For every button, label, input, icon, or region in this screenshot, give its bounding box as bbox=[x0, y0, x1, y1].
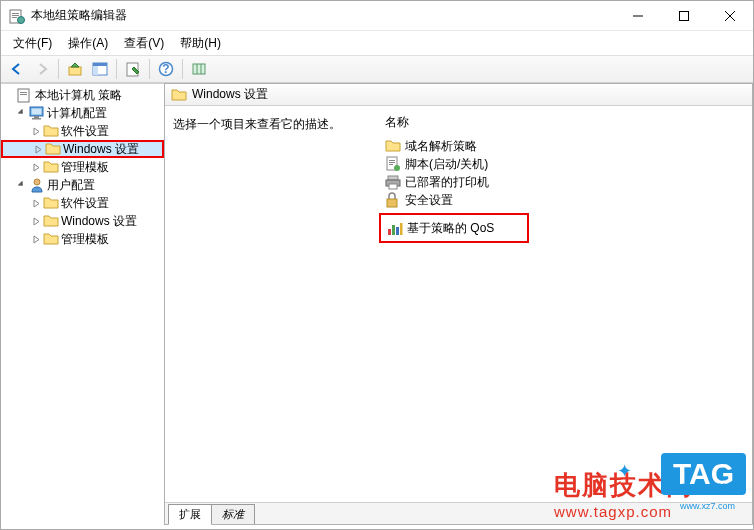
tab-standard[interactable]: 标准 bbox=[211, 504, 255, 524]
folder-icon bbox=[45, 141, 61, 157]
svg-rect-2 bbox=[12, 15, 19, 16]
svg-rect-36 bbox=[396, 227, 399, 235]
tab-extended[interactable]: 扩展 bbox=[168, 504, 212, 525]
content-body: 选择一个项目来查看它的描述。 名称 域名解析策略 脚本(启动/关机) 已部署的打… bbox=[165, 106, 752, 502]
svg-rect-12 bbox=[93, 66, 98, 75]
properties-button[interactable] bbox=[121, 57, 145, 81]
script-icon bbox=[385, 156, 401, 172]
svg-rect-19 bbox=[20, 94, 27, 95]
svg-point-24 bbox=[34, 179, 40, 185]
qos-icon bbox=[387, 220, 403, 236]
tree-admin-templates[interactable]: 管理模板 bbox=[1, 158, 164, 176]
svg-rect-23 bbox=[32, 118, 41, 120]
svg-rect-3 bbox=[12, 17, 17, 18]
svg-rect-22 bbox=[34, 116, 39, 118]
close-button[interactable] bbox=[707, 1, 753, 31]
node-label: 用户配置 bbox=[47, 177, 95, 194]
list-item-qos[interactable]: 基于策略的 QoS bbox=[387, 219, 521, 237]
filter-button[interactable] bbox=[187, 57, 211, 81]
menu-help[interactable]: 帮助(H) bbox=[172, 32, 229, 55]
list-item-printers[interactable]: 已部署的打印机 bbox=[377, 173, 752, 191]
expander-icon[interactable] bbox=[29, 199, 43, 208]
maximize-button[interactable] bbox=[661, 1, 707, 31]
svg-text:?: ? bbox=[162, 62, 169, 76]
menu-file[interactable]: 文件(F) bbox=[5, 32, 60, 55]
back-button[interactable] bbox=[5, 57, 29, 81]
tree-computer-config[interactable]: 计算机配置 bbox=[1, 104, 164, 122]
list-item-label: 域名解析策略 bbox=[405, 138, 477, 155]
node-label: 本地计算机 策略 bbox=[35, 87, 122, 104]
tree-panel[interactable]: ▷ 本地计算机 策略 计算机配置 软件设置 Windows 设置 管理模板 bbox=[1, 84, 165, 525]
node-label: 软件设置 bbox=[61, 123, 109, 140]
list-item-dns[interactable]: 域名解析策略 bbox=[377, 137, 752, 155]
svg-rect-11 bbox=[93, 63, 107, 66]
expander-icon[interactable] bbox=[15, 109, 29, 118]
tree-software-settings[interactable]: 软件设置 bbox=[1, 122, 164, 140]
tree-software-settings[interactable]: 软件设置 bbox=[1, 194, 164, 212]
description-text: 选择一个项目来查看它的描述。 bbox=[173, 116, 369, 133]
list-item-label: 已部署的打印机 bbox=[405, 174, 489, 191]
node-label: 计算机配置 bbox=[47, 105, 107, 122]
expander-icon[interactable] bbox=[29, 235, 43, 244]
content-panel: Windows 设置 选择一个项目来查看它的描述。 名称 域名解析策略 脚本(启… bbox=[164, 83, 753, 525]
menu-view[interactable]: 查看(V) bbox=[116, 32, 172, 55]
tree-user-config[interactable]: 用户配置 bbox=[1, 176, 164, 194]
window-title: 本地组策略编辑器 bbox=[31, 7, 615, 24]
folder-icon bbox=[43, 231, 59, 247]
svg-rect-32 bbox=[389, 184, 397, 189]
app-icon bbox=[9, 8, 25, 24]
svg-rect-21 bbox=[32, 109, 42, 115]
expander-icon[interactable] bbox=[29, 127, 43, 136]
toolbar-separator bbox=[149, 59, 150, 79]
show-hide-tree-button[interactable] bbox=[88, 57, 112, 81]
expander-icon[interactable] bbox=[29, 217, 43, 226]
up-button[interactable] bbox=[63, 57, 87, 81]
list-item-label: 基于策略的 QoS bbox=[407, 220, 494, 237]
toolbar-separator bbox=[116, 59, 117, 79]
list-column: 名称 域名解析策略 脚本(启动/关机) 已部署的打印机 安全设置 bbox=[377, 106, 752, 502]
forward-button[interactable] bbox=[30, 57, 54, 81]
expander-icon[interactable] bbox=[29, 163, 43, 172]
minimize-button[interactable] bbox=[615, 1, 661, 31]
tree-root[interactable]: ▷ 本地计算机 策略 bbox=[1, 86, 164, 104]
toolbar: ? bbox=[1, 55, 753, 83]
svg-rect-30 bbox=[388, 176, 398, 180]
list-item-label: 脚本(启动/关机) bbox=[405, 156, 488, 173]
list-item-scripts[interactable]: 脚本(启动/关机) bbox=[377, 155, 752, 173]
expander-icon[interactable] bbox=[15, 181, 29, 190]
description-column: 选择一个项目来查看它的描述。 bbox=[165, 106, 377, 502]
svg-rect-1 bbox=[12, 13, 19, 14]
list-item-security[interactable]: 安全设置 bbox=[377, 191, 752, 209]
svg-rect-9 bbox=[69, 67, 81, 75]
tree-windows-settings[interactable]: Windows 设置 bbox=[1, 140, 164, 158]
svg-rect-27 bbox=[389, 162, 395, 163]
statusbar bbox=[1, 525, 753, 529]
help-button[interactable]: ? bbox=[154, 57, 178, 81]
svg-rect-28 bbox=[389, 164, 393, 165]
titlebar: 本地组策略编辑器 bbox=[1, 1, 753, 31]
svg-rect-16 bbox=[193, 64, 205, 74]
column-header-name[interactable]: 名称 bbox=[377, 112, 752, 137]
svg-rect-35 bbox=[392, 225, 395, 235]
node-label: Windows 设置 bbox=[61, 213, 137, 230]
computer-icon bbox=[29, 105, 45, 121]
svg-rect-18 bbox=[20, 92, 27, 93]
node-label: Windows 设置 bbox=[63, 141, 139, 158]
folder-icon bbox=[385, 138, 401, 154]
svg-rect-34 bbox=[388, 229, 391, 235]
svg-rect-17 bbox=[18, 89, 29, 102]
toolbar-separator bbox=[182, 59, 183, 79]
svg-point-29 bbox=[394, 165, 400, 171]
node-label: 软件设置 bbox=[61, 195, 109, 212]
policy-icon bbox=[17, 87, 33, 103]
content-header: Windows 设置 bbox=[165, 84, 752, 106]
expander-icon[interactable] bbox=[31, 145, 45, 154]
tree-windows-settings[interactable]: Windows 设置 bbox=[1, 212, 164, 230]
content-title: Windows 设置 bbox=[192, 86, 268, 103]
menu-action[interactable]: 操作(A) bbox=[60, 32, 116, 55]
node-label: 管理模板 bbox=[61, 231, 109, 248]
printer-icon bbox=[385, 174, 401, 190]
tree-admin-templates[interactable]: 管理模板 bbox=[1, 230, 164, 248]
toolbar-separator bbox=[58, 59, 59, 79]
window-controls bbox=[615, 1, 753, 31]
